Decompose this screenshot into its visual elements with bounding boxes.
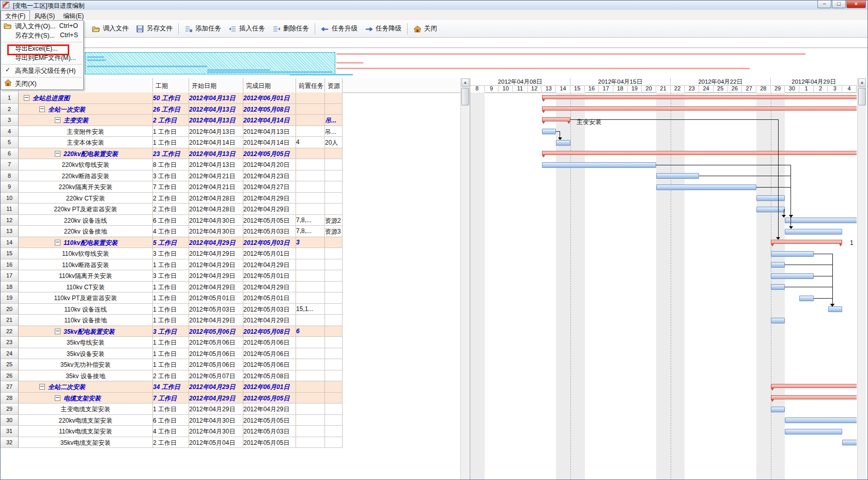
summary-bar-2[interactable] [542,106,857,111]
task-bar-9[interactable] [656,184,756,190]
summary-bar-1[interactable] [542,95,857,99]
gantt-day-label: 8 [470,85,485,92]
table-row-10[interactable]: 10220kv CT安装2 工作日2012年04月28日2012年04月29日 [1,193,460,204]
summary-bar-6[interactable] [542,151,857,155]
cell-pre: 6 [296,326,325,337]
collapse-toggle-icon[interactable] [55,329,60,334]
dependency-line [556,131,560,132]
table-row-21[interactable]: 21110kv 设备接地1 工作日2012年04月29日2012年04月29日 [1,315,460,326]
table-row-18[interactable]: 18110kv CT安装1 工作日2012年04月29日2012年04月29日 [1,282,460,293]
task-bar-21[interactable] [771,318,785,323]
gantt-scrollbar[interactable]: ▲ [857,78,866,480]
table-row-1[interactable]: 1全站总进度图50 工作日2012年04月13日2012年06月01日 [1,92,460,104]
table-row-31[interactable]: 31110kv电缆支架安装4 工作日2012年04月30日2012年05月03日 [1,426,460,437]
cell-name: 电缆支架安装 [19,393,153,404]
table-row-24[interactable]: 2435kv设备安装1 工作日2012年05月06日2012年05月06日 [1,348,460,360]
file-menu-item-6[interactable]: ✓高亮显示父级任务(H) [1,66,83,75]
task-bar-19[interactable] [799,296,814,301]
table-row-4[interactable]: 4主变附件安装1 工作日2012年04月13日2012年04月13日吊... [1,126,460,137]
task-bar-11[interactable] [756,207,785,212]
toolbar-button-8[interactable]: 任务降级 [361,23,405,35]
close-button[interactable]: × [846,1,866,8]
table-row-9[interactable]: 9220kv隔离开关安装7 工作日2012年04月21日2012年04月27日 [1,181,460,193]
table-row-16[interactable]: 16110kv断路器安装1 工作日2012年04月29日2012年04月29日 [1,259,460,271]
scroll-thumb[interactable] [461,88,469,105]
file-menu-item-0[interactable]: 调入文件(O)...Ctrl+O [1,22,83,31]
task-bar-17[interactable] [771,273,814,279]
table-row-3[interactable]: 3主变安装2 工作日2012年04月13日2012年04月14日吊... [1,115,460,126]
summary-bar-27[interactable] [771,384,857,388]
scroll-up-button[interactable]: ▲ [461,79,469,87]
minimize-button[interactable]: − [817,1,831,8]
summary-bar-14[interactable] [771,240,843,244]
file-menu-item-1[interactable]: 另存文件(S)...Ctrl+S [1,31,83,40]
table-row-2[interactable]: 2全站一次安装26 工作日2012年04月13日2012年05月08日 [1,104,460,115]
task-bar-12[interactable] [785,218,857,223]
table-row-7[interactable]: 7220kv软母线安装8 工作日2012年04月13日2012年04月20日 [1,159,460,171]
task-bar-31[interactable] [785,429,842,435]
table-row-25[interactable]: 2535kv无功补偿安装1 工作日2012年05月06日2012年05月06日 [1,359,460,370]
task-bar-8[interactable] [656,173,699,179]
cell-num: 19 [1,292,19,304]
task-bar-18[interactable] [771,284,785,290]
table-row-11[interactable]: 11220kv PT及避雷器安装2 工作日2012年04月28日2012年04月… [1,204,460,215]
table-row-19[interactable]: 19110kv PT及避雷器安装1 工作日2012年05月01日2012年05月… [1,292,460,304]
collapse-toggle-icon[interactable] [55,151,60,157]
summary-bar-3[interactable] [542,117,570,121]
task-bar-4[interactable] [542,129,556,134]
table-scrollbar[interactable]: ▲ [460,78,469,480]
cell-name: 全站总进度图 [19,92,153,104]
scroll-up-button[interactable]: ▲ [858,79,866,87]
toolbar-button-3[interactable]: 添加任务 [181,23,225,35]
collapse-toggle-icon[interactable] [55,240,60,245]
cell-dur: 2 工作日 [153,115,189,126]
collapse-toggle-icon[interactable] [39,384,45,390]
table-row-13[interactable]: 13220kv 设备接地4 工作日2012年04月30日2012年05月03日7… [1,226,460,237]
scroll-thumb[interactable] [858,88,866,105]
task-bar-13[interactable] [785,229,842,235]
toolbar-button-7[interactable]: 任务升级 [317,23,361,35]
toolbar-button-1[interactable]: 另存文件 [132,23,176,35]
task-bar-5[interactable] [556,140,570,146]
toolbar-button-4[interactable]: 插入任务 [225,23,269,35]
table-row-12[interactable]: 12220kv 设备连线6 工作日2012年04月30日2012年05月05日7… [1,215,460,226]
table-row-28[interactable]: 28电缆支架安装7 工作日2012年04月29日2012年05月05日 [1,393,460,404]
task-bar-7[interactable] [542,162,657,168]
table-row-30[interactable]: 30220kv电缆支架安装6 工作日2012年04月30日2012年05月05日 [1,415,460,426]
toolbar: 调入文件另存文件添加任务插入任务删除任务任务升级任务降级关闭 [1,20,867,38]
cell-num: 22 [1,326,19,337]
task-bar-10[interactable] [756,195,785,201]
collapse-toggle-icon[interactable] [55,117,60,123]
summary-bar-28[interactable] [771,395,857,399]
task-bar-29[interactable] [771,407,785,412]
toolbar-button-10[interactable]: 关闭 [410,23,441,35]
table-row-20[interactable]: 20110kv 设备连线1 工作日2012年05月03日2012年05月03日1… [1,304,460,315]
table-row-32[interactable]: 3235kv电缆支架安装2 工作日2012年05月04日2012年05月05日 [1,437,460,448]
table-row-26[interactable]: 2635kv 设备接地2 工作日2012年05月07日2012年05月08日 [1,370,460,382]
collapse-toggle-icon[interactable] [55,395,60,401]
toolbar-button-5[interactable]: 删除任务 [269,23,313,35]
table-row-15[interactable]: 15110kv软母线安装3 工作日2012年04月29日2012年05月01日 [1,248,460,259]
table-row-29[interactable]: 29主变电缆支架安装1 工作日2012年04月29日2012年04月29日 [1,404,460,415]
task-bar-32[interactable] [842,440,857,445]
table-row-5[interactable]: 5主变本体安装1 工作日2012年04月14日2012年04月14日420人 [1,137,460,148]
gantt-day-label: 29 [771,85,785,92]
task-bar-20[interactable] [828,306,843,312]
summary-cap-right [839,244,842,246]
collapse-toggle-icon[interactable] [39,106,45,112]
table-row-22[interactable]: 2235kv配电装置安装3 工作日2012年05月06日2012年05月08日6 [1,326,460,337]
table-row-6[interactable]: 6220kv配电装置安装23 工作日2012年04月13日2012年05月05日 [1,148,460,160]
collapse-toggle-icon[interactable] [24,95,29,101]
table-row-27[interactable]: 27全站二次安装34 工作日2012年04月29日2012年06月01日 [1,381,460,393]
task-bar-30[interactable] [785,417,857,423]
table-row-17[interactable]: 17110kv隔离开关安装3 工作日2012年04月29日2012年05月01日 [1,270,460,282]
task-bar-16[interactable] [771,262,785,268]
toolbar-button-0[interactable]: 调入文件 [88,23,132,35]
maximize-button[interactable]: □ [832,1,846,8]
task-bar-15[interactable] [771,251,814,257]
table-row-14[interactable]: 14110kv配电装置安装5 工作日2012年04月29日2012年05月03日… [1,237,460,249]
file-menu-item-8[interactable]: 关闭(X) [1,79,83,88]
cell-end: 2012年04月29日 [243,204,296,215]
table-row-8[interactable]: 8220kv断路器安装3 工作日2012年04月21日2012年04月23日 [1,171,460,182]
table-row-23[interactable]: 2335kv母线安装1 工作日2012年05月06日2012年05月06日 [1,337,460,348]
